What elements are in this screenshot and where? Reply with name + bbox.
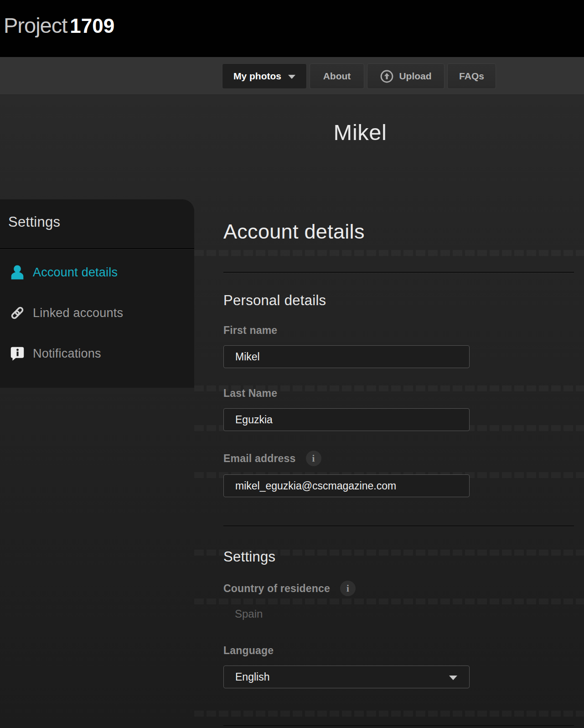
sidebar-item-label: Account details — [33, 265, 118, 280]
link-icon — [7, 305, 27, 321]
country-label: Country of residence i — [223, 581, 356, 596]
notification-icon — [7, 345, 27, 362]
app-window: Project1709 My photos About Upload FAQs — [0, 0, 584, 728]
sidebar-item-linked-accounts[interactable]: Linked accounts — [0, 300, 194, 326]
sidebar-item-account-details[interactable]: Account details — [0, 260, 194, 285]
section-divider — [223, 725, 574, 726]
first-name-label: First name — [223, 324, 277, 337]
sidebar-divider — [0, 248, 194, 249]
last-name-label: Last Name — [223, 387, 277, 400]
settings-heading: Settings — [223, 549, 275, 565]
brand-logo-bold: 1709 — [70, 15, 114, 37]
brand-logo-light: Project — [4, 13, 67, 37]
sidebar-title: Settings — [8, 214, 60, 230]
sidebar-item-label: Linked accounts — [33, 306, 123, 320]
country-value: Spain — [235, 608, 263, 620]
content-heading: Account details — [223, 220, 365, 244]
person-icon — [7, 263, 27, 281]
email-input[interactable] — [223, 474, 470, 497]
personal-details-heading: Personal details — [223, 292, 326, 309]
sidebar-item-notifications[interactable]: Notifications — [0, 341, 194, 366]
brand-logo[interactable]: Project1709 — [4, 13, 114, 38]
account-details-panel: Account details Personal details First n… — [223, 0, 584, 728]
language-select[interactable]: English — [223, 666, 470, 688]
settings-sidebar: Settings Account details — [0, 199, 194, 388]
section-divider — [223, 525, 574, 526]
email-label: Email address i — [223, 451, 321, 466]
chevron-down-icon — [449, 676, 457, 680]
language-selected-value: English — [235, 671, 269, 683]
section-divider — [223, 272, 574, 273]
first-name-input[interactable] — [223, 345, 470, 368]
sidebar-item-label: Notifications — [33, 347, 101, 361]
country-info-icon[interactable]: i — [340, 581, 356, 596]
sidebar-menu: Account details Linked accounts — [0, 260, 194, 381]
last-name-input[interactable] — [223, 408, 470, 431]
email-info-icon[interactable]: i — [306, 451, 321, 466]
language-label: Language — [223, 645, 274, 657]
